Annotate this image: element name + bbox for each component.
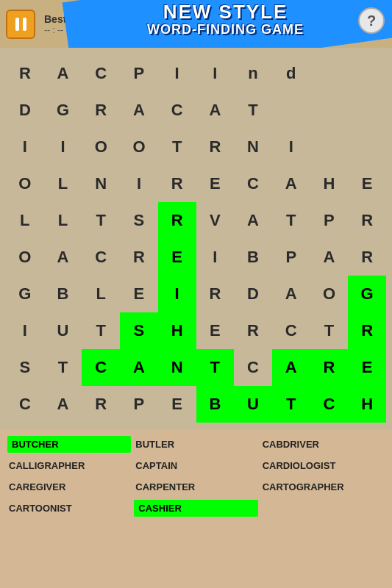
- grid-cell: T: [272, 202, 310, 239]
- grid-cell: O: [82, 129, 120, 165]
- grid-cell: E: [120, 276, 158, 312]
- grid-cell: A: [310, 239, 349, 276]
- grid-cell: T: [158, 129, 196, 165]
- grid-cell: R: [120, 239, 158, 276]
- grid-cell: P: [310, 202, 349, 239]
- grid-cell-highlighted: E: [348, 349, 386, 386]
- grid-cell-highlighted: U: [234, 386, 272, 423]
- grid-cell: I: [44, 129, 82, 165]
- grid-cell-highlighted: A: [272, 349, 310, 386]
- help-button[interactable]: ?: [358, 7, 385, 34]
- grid-cell: O: [120, 129, 158, 165]
- word-item: BUTLER: [134, 436, 257, 453]
- grid-cell: U: [44, 312, 82, 349]
- grid-cell: [310, 92, 349, 129]
- grid-cell: n: [234, 55, 272, 92]
- grid-cell-highlighted: R: [348, 312, 386, 349]
- grid-cell: [310, 55, 349, 92]
- grid-cell: E: [348, 165, 386, 202]
- grid-cell: I: [272, 129, 310, 165]
- grid-cell: I: [120, 165, 158, 202]
- grid-cell: I: [6, 312, 44, 349]
- grid-cell-highlighted: I: [158, 276, 196, 312]
- grid-cell: S: [120, 202, 158, 239]
- grid-cell: D: [6, 92, 44, 129]
- grid-cell: I: [6, 129, 44, 165]
- grid-cell: B: [44, 276, 82, 312]
- grid-cell: A: [44, 386, 82, 423]
- grid-cell: C: [82, 239, 120, 276]
- grid-cell: H: [310, 165, 349, 202]
- grid-cell: O: [310, 276, 349, 312]
- word-item: CARPENTER: [134, 478, 257, 495]
- grid-cell: P: [120, 55, 158, 92]
- grid-cell-highlighted: B: [196, 386, 235, 423]
- grid-cell: G: [6, 276, 44, 312]
- grid-cell: L: [44, 165, 82, 202]
- grid-cell: L: [6, 202, 44, 239]
- grid-cell-highlighted: G: [348, 276, 386, 312]
- grid-cell: O: [6, 165, 44, 202]
- grid-cell: C: [234, 165, 272, 202]
- word-item: CARTOGRAPHER: [261, 478, 385, 495]
- grid-cell-highlighted: T: [272, 386, 310, 423]
- grid-cell: T: [82, 312, 120, 349]
- grid-cell: I: [196, 239, 235, 276]
- grid-cell-highlighted: A: [120, 349, 158, 386]
- grid-cell: R: [234, 312, 272, 349]
- grid-cell: E: [196, 165, 235, 202]
- word-grid: R A C P I I n d D G R A C A T I I O O T …: [6, 55, 386, 423]
- grid-cell: C: [6, 386, 44, 423]
- grid-cell: A: [272, 276, 310, 312]
- grid-cell: T: [44, 349, 82, 386]
- grid-cell: R: [82, 386, 120, 423]
- grid-cell-highlighted: H: [158, 312, 196, 349]
- word-item: BUTCHER: [7, 436, 131, 453]
- grid-cell: B: [234, 239, 272, 276]
- grid-cell-highlighted: R: [310, 349, 349, 386]
- grid-cell: S: [6, 349, 44, 386]
- grid-cell: T: [82, 202, 120, 239]
- grid-cell: T: [310, 312, 349, 349]
- banner-line1: NEW STYLE: [96, 1, 355, 23]
- grid-cell: A: [44, 239, 82, 276]
- grid-cell: R: [348, 239, 386, 276]
- grid-cell: C: [234, 349, 272, 386]
- grid-cell: [272, 92, 310, 129]
- grid-cell: R: [6, 55, 44, 92]
- grid-cell: C: [158, 92, 196, 129]
- grid-cell: P: [120, 386, 158, 423]
- grid-cell: N: [82, 165, 120, 202]
- grid-cell: V: [196, 202, 235, 239]
- grid-cell: d: [272, 55, 310, 92]
- pause-button[interactable]: [6, 10, 35, 39]
- grid-cell: [348, 129, 386, 165]
- word-item: CABDRIVER: [261, 436, 385, 453]
- grid-cell: D: [234, 276, 272, 312]
- grid-cell: [348, 92, 386, 129]
- grid-cell: N: [234, 129, 272, 165]
- grid-cell-highlighted: R: [158, 202, 196, 239]
- grid-cell: R: [348, 202, 386, 239]
- grid-cell: L: [82, 276, 120, 312]
- grid-cell-highlighted: E: [158, 239, 196, 276]
- grid-cell-highlighted: N: [158, 349, 196, 386]
- grid-cell-highlighted: S: [120, 312, 158, 349]
- word-list: BUTCHER BUTLER CABDRIVER CALLIGRAPHER CA…: [0, 430, 392, 523]
- grid-cell: C: [272, 312, 310, 349]
- word-item: CASHIER: [134, 500, 257, 517]
- grid-cell: E: [158, 386, 196, 423]
- grid-cell: G: [44, 92, 82, 129]
- grid-cell: [348, 55, 386, 92]
- word-item: CARTOONIST: [7, 500, 131, 517]
- grid-cell: [310, 129, 349, 165]
- grid-cell: A: [120, 92, 158, 129]
- grid-cell: R: [158, 165, 196, 202]
- word-item: CAPTAIN: [134, 457, 257, 474]
- grid-cell: A: [272, 165, 310, 202]
- word-item: CALLIGRAPHER: [7, 457, 131, 474]
- word-item: CARDIOLOGIST: [261, 457, 385, 474]
- grid-cell-highlighted: C: [310, 386, 349, 423]
- grid-container: R A C P I I n d D G R A C A T I I O O T …: [0, 48, 392, 430]
- grid-cell-highlighted: T: [196, 349, 235, 386]
